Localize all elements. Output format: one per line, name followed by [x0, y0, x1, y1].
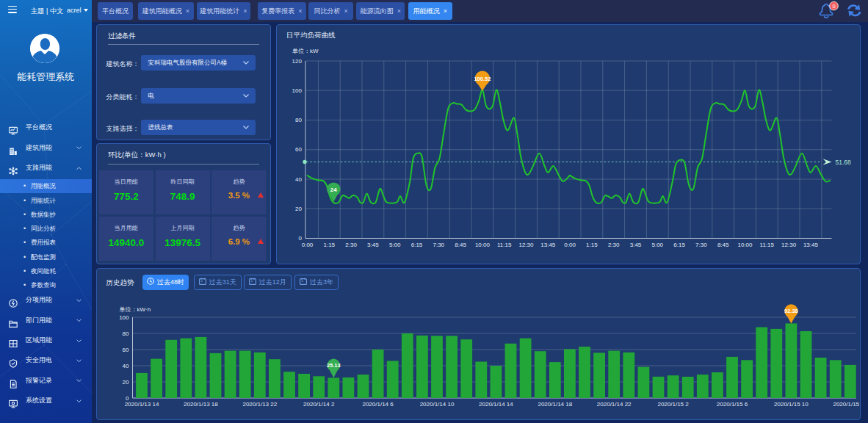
svg-text:0: 0	[832, 3, 835, 10]
svg-text:13:45: 13:45	[803, 242, 818, 248]
svg-text:92.38: 92.38	[784, 308, 798, 314]
svg-text:0:00: 0:00	[301, 242, 313, 248]
svg-text:10:00: 10:00	[474, 242, 490, 248]
svg-text:12:30: 12:30	[518, 242, 534, 248]
svg-text:2:30: 2:30	[345, 242, 357, 248]
svg-text:60: 60	[294, 146, 301, 153]
svg-text:7:30: 7:30	[433, 242, 444, 248]
svg-text:3:45: 3:45	[629, 242, 641, 248]
svg-text:1:15: 1:15	[586, 242, 598, 248]
svg-text:2020/1/14 10: 2020/1/14 10	[419, 401, 454, 408]
svg-text:2020/1/14 22: 2020/1/14 22	[596, 401, 631, 408]
svg-text:7:30: 7:30	[695, 242, 707, 248]
svg-text:2:30: 2:30	[607, 242, 619, 248]
svg-text:40: 40	[122, 363, 129, 369]
svg-text:2020/1/13 18: 2020/1/13 18	[184, 401, 218, 408]
svg-text:11:15: 11:15	[759, 242, 774, 248]
svg-text:100: 100	[292, 87, 302, 94]
svg-text:20: 20	[294, 206, 301, 212]
svg-text:100.52: 100.52	[474, 76, 491, 82]
svg-text:6:15: 6:15	[411, 242, 422, 248]
svg-text:2020/1/14 6: 2020/1/14 6	[362, 401, 394, 408]
svg-text:8:45: 8:45	[455, 242, 466, 248]
svg-text:2020/1/14 18: 2020/1/14 18	[538, 401, 572, 408]
svg-text:20: 20	[122, 379, 129, 386]
svg-text:2020/1/14 14: 2020/1/14 14	[479, 401, 513, 408]
svg-text:5:00: 5:00	[651, 242, 663, 248]
svg-text:2020/1/15 14: 2020/1/15 14	[833, 401, 861, 408]
svg-text:5:00: 5:00	[388, 242, 400, 248]
svg-text:2020/1/15 10: 2020/1/15 10	[774, 401, 809, 408]
svg-text:120: 120	[292, 58, 302, 65]
svg-text:11:15: 11:15	[496, 242, 511, 248]
svg-text:24: 24	[330, 187, 336, 193]
svg-text:60: 60	[122, 347, 129, 353]
svg-text:2020/1/13 14: 2020/1/13 14	[124, 401, 159, 408]
svg-text:3:45: 3:45	[367, 242, 379, 248]
svg-text:80: 80	[122, 330, 129, 337]
svg-text:100: 100	[119, 314, 129, 321]
svg-text:25.13: 25.13	[326, 362, 340, 369]
svg-text:12:30: 12:30	[781, 242, 797, 248]
svg-text:10:00: 10:00	[737, 242, 753, 248]
svg-text:51.68: 51.68	[835, 159, 851, 166]
svg-text:2020/1/15 2: 2020/1/15 2	[657, 401, 689, 408]
svg-text:6:15: 6:15	[673, 242, 685, 248]
svg-text:40: 40	[294, 176, 301, 183]
svg-text:13:45: 13:45	[540, 242, 556, 248]
svg-text:2020/1/14 2: 2020/1/14 2	[303, 401, 335, 408]
svg-text:2020/1/15 6: 2020/1/15 6	[716, 401, 748, 408]
svg-text:8:45: 8:45	[717, 242, 728, 248]
svg-text:0:00: 0:00	[564, 242, 576, 248]
svg-text:80: 80	[294, 117, 301, 123]
svg-text:2020/1/13 22: 2020/1/13 22	[242, 401, 277, 408]
svg-text:1:15: 1:15	[323, 242, 335, 248]
